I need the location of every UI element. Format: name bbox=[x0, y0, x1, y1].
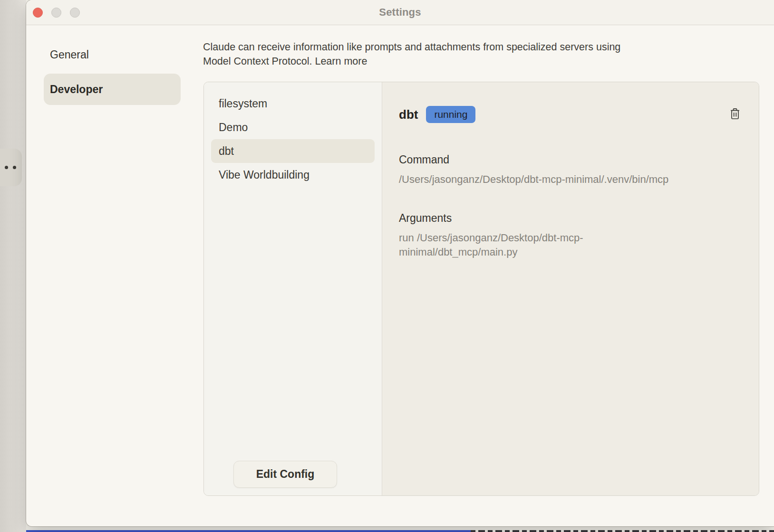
nav-item-developer[interactable]: Developer bbox=[44, 74, 181, 105]
window-title: Settings bbox=[379, 6, 421, 19]
arguments-value: run /Users/jasonganz/Desktop/dbt-mcp-min… bbox=[399, 231, 665, 259]
server-list: filesystem Demo dbt Vibe Worldbuilding E… bbox=[204, 82, 382, 495]
command-label: Command bbox=[399, 153, 741, 166]
nav-item-general[interactable]: General bbox=[50, 48, 89, 61]
status-badge: running bbox=[426, 106, 475, 123]
window-titlebar: Settings bbox=[26, 0, 774, 25]
trash-icon bbox=[730, 108, 740, 121]
mcp-servers-panel: filesystem Demo dbt Vibe Worldbuilding E… bbox=[203, 82, 759, 496]
screen: Settings General Developer Claude can re… bbox=[0, 0, 774, 532]
ellipsis-dot bbox=[5, 166, 8, 169]
server-detail: dbt running bbox=[382, 82, 759, 495]
zoom-button[interactable] bbox=[70, 8, 80, 18]
background-clipped-text bbox=[471, 530, 774, 532]
close-button[interactable] bbox=[33, 8, 43, 18]
description-line-1: Claude can receive information like prom… bbox=[203, 40, 735, 54]
ellipsis-dot bbox=[13, 166, 16, 169]
description-line-2: Model Context Protocol. Learn more bbox=[203, 54, 735, 68]
background-clipped-content bbox=[0, 530, 774, 532]
description-line-2-text: Model Context Protocol. bbox=[203, 56, 315, 67]
learn-more-link[interactable]: Learn more bbox=[315, 56, 367, 67]
command-value: /Users/jasonganz/Desktop/dbt-mcp-minimal… bbox=[399, 172, 741, 187]
server-item-dbt[interactable]: dbt bbox=[211, 139, 375, 163]
server-item-vibe-worldbuilding[interactable]: Vibe Worldbuilding bbox=[211, 163, 375, 187]
edit-config-button[interactable]: Edit Config bbox=[233, 461, 337, 488]
mcp-description: Claude can receive information like prom… bbox=[203, 40, 735, 68]
arguments-label: Arguments bbox=[399, 211, 741, 225]
background-left-rail bbox=[0, 0, 26, 532]
server-item-demo[interactable]: Demo bbox=[211, 115, 375, 139]
server-name: dbt bbox=[399, 107, 418, 122]
settings-window: Settings General Developer Claude can re… bbox=[26, 0, 774, 526]
server-item-filesystem[interactable]: filesystem bbox=[211, 92, 375, 115]
background-tab[interactable] bbox=[0, 149, 22, 186]
delete-server-button[interactable] bbox=[729, 108, 741, 121]
server-detail-header: dbt running bbox=[399, 106, 741, 123]
traffic-lights bbox=[33, 0, 80, 25]
minimize-button[interactable] bbox=[51, 8, 61, 18]
background-blue-bar bbox=[26, 530, 471, 532]
